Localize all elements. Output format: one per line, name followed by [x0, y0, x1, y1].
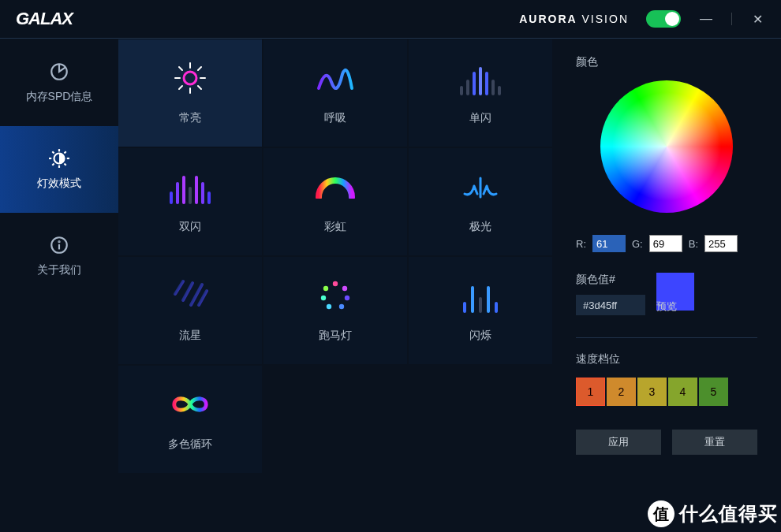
sidebar-item-label: 灯效模式 — [37, 177, 81, 191]
wave-icon — [315, 61, 356, 95]
mode-double[interactable]: 双闪 — [118, 148, 262, 255]
color-title: 颜色 — [576, 55, 757, 69]
watermark: 值 什么值得买 — [648, 500, 778, 527]
separator — [731, 13, 732, 25]
speed-4[interactable]: 4 — [668, 378, 697, 406]
aurora-icon — [460, 169, 501, 204]
color-wheel[interactable] — [600, 80, 733, 213]
mode-label: 彩虹 — [324, 220, 346, 234]
mode-label: 多色循环 — [168, 437, 212, 452]
speed-2[interactable]: 2 — [607, 378, 636, 406]
svg-line-26 — [199, 291, 207, 305]
mode-label: 极光 — [469, 220, 491, 234]
meteor-icon — [170, 278, 211, 313]
speed-5[interactable]: 5 — [699, 378, 728, 406]
bars-twin-icon — [170, 169, 211, 204]
watermark-badge: 值 — [648, 500, 674, 527]
hex-input[interactable] — [576, 295, 645, 315]
svg-point-30 — [339, 304, 344, 309]
speed-1[interactable]: 1 — [576, 378, 605, 406]
arc-icon — [315, 169, 356, 204]
svg-line-24 — [183, 283, 192, 300]
mode-label: 双闪 — [179, 220, 201, 234]
reset-button[interactable]: 重置 — [672, 430, 757, 455]
svg-line-9 — [65, 151, 66, 153]
brand-logo: GALAX — [16, 9, 73, 29]
close-button[interactable]: ✕ — [749, 12, 765, 27]
mode-grid: 常亮 呼吸 单闪 双闪 — [118, 38, 560, 473]
dots-ring-icon — [315, 278, 356, 313]
title-bar: GALAX AURORA VISION — ✕ — [0, 0, 781, 38]
g-input[interactable] — [649, 235, 682, 252]
bars-center-icon — [460, 61, 501, 95]
sidebar-item-light[interactable]: 灯效模式 — [0, 126, 118, 213]
b-label: B: — [689, 238, 698, 250]
product-name: AURORA VISION — [519, 13, 629, 25]
b-input[interactable] — [704, 235, 738, 252]
svg-point-29 — [345, 296, 349, 300]
mode-cycle[interactable]: 多色循环 — [118, 366, 262, 473]
svg-point-33 — [323, 286, 328, 291]
mode-single[interactable]: 单闪 — [409, 39, 552, 147]
mode-aurora[interactable]: 极光 — [409, 148, 552, 255]
svg-point-12 — [58, 241, 59, 242]
sidebar: 内存SPD信息 灯效模式 关于我们 — [0, 39, 118, 299]
minimize-button[interactable]: — — [698, 12, 714, 26]
mode-marquee[interactable]: 跑马灯 — [263, 257, 407, 364]
mode-breath[interactable]: 呼吸 — [263, 39, 407, 147]
mode-label: 常亮 — [179, 111, 201, 125]
svg-point-28 — [342, 286, 347, 291]
bars-sparse-icon — [460, 278, 501, 313]
hex-label: 颜色值# — [576, 273, 645, 287]
r-label: R: — [576, 238, 586, 250]
mode-rainbow[interactable]: 彩虹 — [263, 148, 407, 255]
sidebar-item-about[interactable]: 关于我们 — [0, 213, 118, 299]
mode-const[interactable]: 常亮 — [118, 39, 262, 147]
r-input[interactable] — [592, 235, 626, 252]
preview-label: 预览 — [656, 299, 677, 314]
speed-row: 12345 — [576, 378, 757, 406]
infinity-icon — [170, 387, 211, 422]
mode-flicker[interactable]: 闪烁 — [409, 257, 552, 364]
sidebar-item-label: 关于我们 — [37, 263, 81, 277]
svg-line-23 — [175, 281, 183, 294]
sun-icon — [170, 61, 211, 95]
mode-label: 呼吸 — [324, 111, 346, 125]
svg-line-18 — [179, 67, 182, 70]
info-icon — [49, 235, 69, 255]
speed-title: 速度档位 — [576, 352, 757, 366]
svg-line-19 — [198, 86, 201, 89]
divider — [576, 337, 757, 338]
sidebar-item-spd[interactable]: 内存SPD信息 — [0, 39, 118, 126]
g-label: G: — [632, 238, 643, 250]
mode-label: 跑马灯 — [319, 329, 352, 343]
svg-line-6 — [52, 151, 54, 153]
svg-point-13 — [184, 72, 196, 84]
svg-line-20 — [179, 86, 182, 89]
svg-point-31 — [327, 304, 331, 309]
contrast-icon — [49, 148, 69, 169]
mode-label: 单闪 — [469, 111, 491, 125]
rgb-row: R: G: B: — [576, 235, 757, 252]
watermark-text: 什么值得买 — [679, 501, 778, 526]
pie-icon — [49, 61, 69, 82]
sidebar-item-label: 内存SPD信息 — [26, 90, 93, 104]
svg-line-8 — [52, 164, 54, 166]
master-toggle[interactable] — [646, 10, 681, 28]
mode-label: 流星 — [179, 329, 201, 343]
svg-line-21 — [198, 67, 201, 70]
speed-3[interactable]: 3 — [637, 378, 667, 406]
svg-line-7 — [65, 164, 66, 166]
svg-point-27 — [333, 281, 338, 286]
svg-point-32 — [321, 296, 326, 300]
mode-meteor[interactable]: 流星 — [118, 257, 262, 364]
apply-button[interactable]: 应用 — [576, 430, 661, 455]
mode-label: 闪烁 — [469, 329, 491, 343]
color-panel: 颜色 R: G: B: 颜色值# 预览 .hex-row{position:re… — [576, 55, 757, 455]
